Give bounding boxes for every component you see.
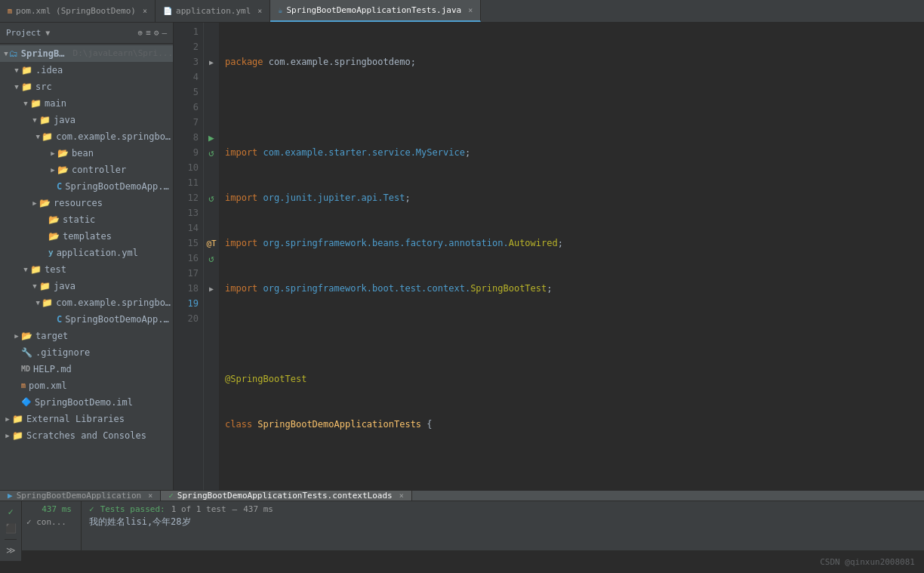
code-line-2	[225, 100, 924, 115]
arrow-src: ▼	[12, 80, 21, 94]
help-label: HELP.md	[33, 362, 72, 376]
code-line-10	[225, 462, 924, 477]
run-duration: —	[233, 504, 238, 514]
yml-icon: 📄	[163, 7, 172, 15]
app-class-label: SpringBootDemoApp...	[65, 180, 173, 193]
tree-item-gitignore[interactable]: 🔧 .gitignore	[0, 344, 173, 361]
project-header: Project ▼ ⊕ ≡ ⚙ —	[0, 23, 173, 44]
ext-libs-label: External Libraries	[26, 412, 125, 426]
idea-label: .idea	[35, 63, 63, 77]
tree-item-pom[interactable]: m pom.xml	[0, 377, 173, 394]
tab-pom-label: pom.xml (SpringBootDemo)	[16, 6, 136, 16]
main-label: main	[45, 97, 66, 110]
code-container[interactable]: 1 2 3 4 5 6 7 8 9 10 11 12 13 14 15 16 1…	[174, 23, 924, 490]
tab-pom-close[interactable]: ×	[143, 7, 147, 15]
minimize-icon[interactable]: —	[162, 28, 167, 38]
code-line-1: package com.example.springbootdemo;	[225, 54, 924, 69]
tree-item-yml[interactable]: y application.yml	[0, 245, 173, 261]
tree-item-target[interactable]: ▶ 📂 target	[0, 328, 173, 344]
java-class-icon-test: C	[57, 313, 62, 326]
folder-icon-idea: 📁	[21, 63, 32, 77]
code-content[interactable]: package com.example.springbootdemo; impo…	[219, 23, 924, 490]
tree-item-main[interactable]: ▼ 📁 main	[0, 95, 173, 112]
fold-icon-3[interactable]: ▶	[209, 58, 214, 66]
folder-icon-test: 📁	[30, 263, 42, 276]
run-tab-app-close[interactable]: ×	[148, 491, 152, 500]
templates-label: templates	[63, 230, 112, 243]
folder-icon-target: 📂	[21, 329, 32, 343]
run-status-row: ✓ Tests passed: 1 of 1 test — 437 ms	[89, 504, 918, 514]
line-numbers: 1 2 3 4 5 6 7 8 9 10 11 12 13 14 15 16 1…	[174, 23, 204, 490]
tree-item-test-pkg[interactable]: ▼ 📁 com.example.springboot...	[0, 294, 173, 311]
test-icon-15[interactable]: @T	[206, 239, 216, 248]
tree-item-resources[interactable]: ▶ 📂 resources	[0, 195, 173, 211]
run-toolbar-stop[interactable]: ⬛	[3, 521, 18, 536]
tree-item-pkg1[interactable]: ▼ 📁 com.example.springboot...	[0, 128, 173, 145]
xml-tree-icon: m	[21, 379, 26, 393]
java-class-icon-app: C	[57, 180, 62, 193]
run-toolbar-check[interactable]: ✓	[3, 504, 18, 519]
tree-item-help[interactable]: MD HELP.md	[0, 361, 173, 377]
tree-item-java1[interactable]: ▼ 📁 java	[0, 112, 173, 128]
run-content: ✓ ⬛ ≫ 437 ms ✓ con... ✓ Tests passed: 1 …	[0, 501, 924, 561]
code-line-4: import org.junit.jupiter.api.Test;	[225, 190, 924, 205]
tree-item-templates[interactable]: 📂 templates	[0, 228, 173, 245]
run-tab-app[interactable]: ▶ SpringBootDemoApplication ×	[0, 491, 161, 501]
run-status-icon: ✓	[89, 504, 94, 514]
run-icon-16[interactable]: ↺	[208, 253, 214, 264]
tree-item-controller[interactable]: ▶ 📂 controller	[0, 162, 173, 178]
tree-item-iml[interactable]: 🔷 SpringBootDemo.iml	[0, 394, 173, 411]
bottom-panel: ▶ SpringBootDemoApplication × ✓ SpringBo…	[0, 490, 924, 550]
tree-item-app-class[interactable]: C SpringBootDemoApp...	[0, 178, 173, 195]
run-tab-tests-close[interactable]: ×	[399, 491, 404, 500]
tree-item-test-class[interactable]: C SpringBootDemoApp...	[0, 311, 173, 328]
run-icon-12[interactable]: ↺	[208, 193, 214, 204]
list-icon[interactable]: ≡	[146, 28, 151, 38]
tree-item-idea[interactable]: ▼ 📁 .idea	[0, 62, 173, 79]
arrow-pkg1: ▼	[34, 130, 42, 143]
run-icon-8[interactable]: ▶	[208, 132, 214, 143]
arrow-scratches: ▶	[3, 429, 12, 442]
run-icon-9[interactable]: ↺	[208, 147, 214, 159]
run-tab-tests[interactable]: ✓ SpringBootDemoApplicationTests.context…	[161, 491, 411, 501]
tab-java-close[interactable]: ×	[468, 6, 473, 14]
tree-item-test-java[interactable]: ▼ 📁 java	[0, 278, 173, 294]
tab-yml[interactable]: 📄 application.yml ×	[156, 0, 270, 22]
resources-label: resources	[54, 196, 103, 210]
folder-icon-test-pkg: 📁	[42, 296, 53, 310]
arrow-java1: ▼	[30, 113, 39, 127]
code-line-8: @SpringBootTest	[225, 371, 924, 387]
add-icon[interactable]: ⊕	[138, 28, 143, 38]
folder-icon-pkg1: 📁	[42, 130, 53, 143]
main-layout: Project ▼ ⊕ ≡ ⚙ — ▼ 🗂 SpringBootDemo D:\…	[0, 23, 924, 490]
arrow-root: ▼	[3, 47, 9, 60]
root-path: D:\javaLearn\Spri...	[73, 47, 173, 60]
settings-icon[interactable]: ⚙	[154, 28, 159, 38]
tree-item-test[interactable]: ▼ 📁 test	[0, 261, 173, 278]
project-dropdown[interactable]: ▼	[45, 29, 50, 37]
yml-label: application.yml	[57, 246, 138, 260]
tree-container: ▼ 🗂 SpringBootDemo D:\javaLearn\Spri... …	[0, 44, 173, 490]
run-toolbar-more[interactable]: ≫	[3, 543, 18, 558]
test-class-label: SpringBootDemoApp...	[65, 313, 173, 326]
tree-item-bean[interactable]: ▶ 📂 bean	[0, 145, 173, 162]
project-panel: Project ▼ ⊕ ≡ ⚙ — ▼ 🗂 SpringBootDemo D:\…	[0, 23, 174, 490]
tree-item-src[interactable]: ▼ 📁 src	[0, 79, 173, 95]
tree-item-root[interactable]: ▼ 🗂 SpringBootDemo D:\javaLearn\Spri...	[0, 45, 173, 62]
arrow-idea: ▼	[12, 63, 21, 77]
arrow-test: ▼	[21, 263, 30, 276]
run-time-left: 437 ms	[26, 504, 72, 514]
fold-icon-18[interactable]: ▶	[209, 285, 214, 293]
tab-java[interactable]: ☕ SpringBootDemoApplicationTests.java ×	[270, 0, 481, 22]
tab-yml-close[interactable]: ×	[257, 7, 262, 15]
folder-icon-main: 📁	[30, 97, 42, 110]
tab-yml-label: application.yml	[176, 6, 251, 16]
tree-item-static[interactable]: 📂 static	[0, 211, 173, 228]
run-duration-val: 437 ms	[243, 504, 273, 514]
gitignore-icon: 🔧	[21, 346, 32, 359]
tree-item-ext-libs[interactable]: ▶ 📁 External Libraries	[0, 411, 173, 427]
arrow-main: ▼	[21, 97, 30, 110]
tab-pom[interactable]: m pom.xml (SpringBootDemo) ×	[0, 0, 156, 22]
run-tests-checkicon: ✓	[168, 491, 174, 501]
tree-item-scratches[interactable]: ▶ 📁 Scratches and Consoles	[0, 427, 173, 444]
